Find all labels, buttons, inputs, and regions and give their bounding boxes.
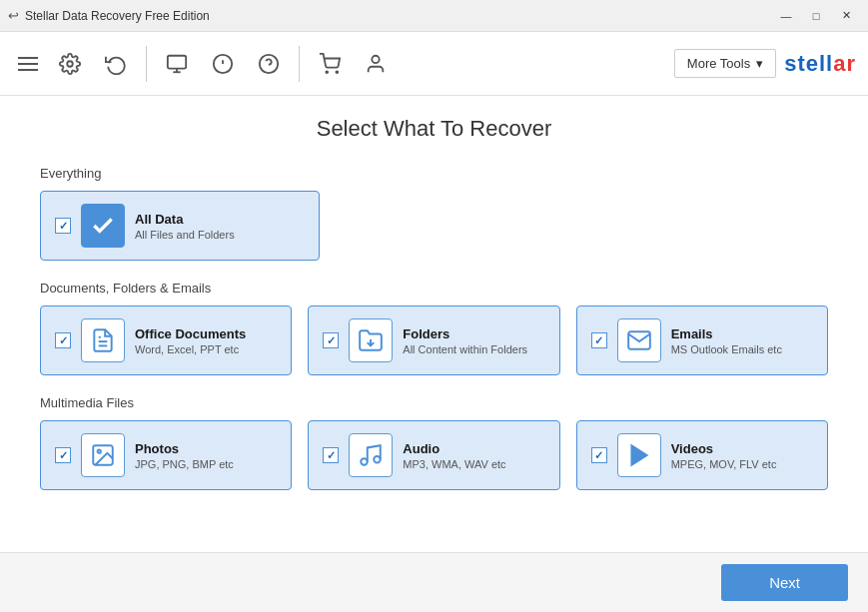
hamburger-line	[18, 69, 38, 71]
svg-point-11	[372, 55, 379, 62]
info-button[interactable]	[203, 40, 243, 88]
photos-icon-box	[81, 433, 125, 477]
svg-point-16	[98, 450, 101, 453]
card-office-docs[interactable]: Office Documents Word, Excel, PPT etc	[40, 306, 292, 375]
checkbox-all-data[interactable]	[55, 218, 71, 234]
checkbox-emails[interactable]	[591, 332, 607, 348]
audio-icon-box	[349, 433, 393, 477]
folders-text: Folders All Content within Folders	[403, 326, 544, 355]
svg-point-17	[362, 458, 369, 465]
minimize-button[interactable]: —	[772, 5, 800, 27]
stellar-logo: stellar	[784, 51, 856, 77]
title-bar: ↩ Stellar Data Recovery Free Edition — □…	[0, 0, 868, 32]
emails-icon-box	[617, 318, 661, 362]
folders-subtitle: All Content within Folders	[403, 343, 544, 355]
section-documents-label: Documents, Folders & Emails	[40, 281, 828, 296]
checkbox-videos[interactable]	[591, 447, 607, 463]
all-data-title: All Data	[135, 212, 305, 227]
section-documents: Documents, Folders & Emails Office Docum…	[40, 281, 828, 375]
audio-title: Audio	[403, 441, 544, 456]
all-data-subtitle: All Files and Folders	[135, 229, 305, 241]
toolbar-right: More Tools ▾ stellar	[674, 49, 856, 78]
folders-title: Folders	[403, 326, 544, 341]
svg-rect-1	[168, 55, 186, 68]
checkbox-photos[interactable]	[55, 447, 71, 463]
more-tools-button[interactable]: More Tools ▾	[674, 49, 776, 78]
account-icon	[365, 53, 387, 75]
audio-text: Audio MP3, WMA, WAV etc	[403, 441, 544, 470]
card-all-data[interactable]: All Data All Files and Folders	[40, 191, 320, 261]
multimedia-cards: Photos JPG, PNG, BMP etc Audio MP3, WMA,…	[40, 420, 828, 490]
documents-cards: Office Documents Word, Excel, PPT etc Fo…	[40, 306, 828, 375]
toolbar: More Tools ▾ stellar	[0, 32, 868, 96]
folder-icon	[358, 327, 384, 353]
audio-subtitle: MP3, WMA, WAV etc	[403, 458, 544, 470]
cart-icon	[319, 53, 341, 75]
main-content: Select What To Recover Everything All Da…	[0, 96, 868, 552]
cart-button[interactable]	[310, 40, 350, 88]
office-docs-text: Office Documents Word, Excel, PPT etc	[135, 326, 277, 355]
window-controls: — □ ✕	[772, 5, 860, 27]
gear-icon	[59, 53, 81, 75]
office-docs-title: Office Documents	[135, 326, 277, 341]
section-multimedia-label: Multimedia Files	[40, 395, 828, 410]
settings-button[interactable]	[50, 40, 90, 88]
monitor-icon	[166, 53, 188, 75]
hamburger-line	[18, 57, 38, 59]
close-button[interactable]: ✕	[832, 5, 860, 27]
help-icon	[258, 53, 280, 75]
help-button[interactable]	[249, 40, 289, 88]
section-multimedia: Multimedia Files Photos JPG, PNG, BMP et…	[40, 395, 828, 490]
separator-2	[299, 46, 300, 82]
videos-title: Videos	[671, 441, 813, 456]
photo-icon	[90, 442, 116, 468]
svg-point-18	[375, 456, 382, 463]
recover-button[interactable]	[96, 40, 136, 88]
section-everything-label: Everything	[40, 166, 828, 181]
emails-subtitle: MS Outlook Emails etc	[671, 343, 813, 355]
all-data-icon-box	[81, 204, 125, 248]
checkbox-audio[interactable]	[323, 447, 339, 463]
folders-icon-box	[349, 318, 393, 362]
back-icon: ↩	[8, 8, 19, 23]
account-button[interactable]	[356, 40, 396, 88]
card-photos[interactable]: Photos JPG, PNG, BMP etc	[40, 420, 292, 490]
emails-text: Emails MS Outlook Emails etc	[671, 326, 813, 355]
checkbox-folders[interactable]	[323, 332, 339, 348]
svg-marker-19	[631, 445, 646, 465]
monitor-button[interactable]	[157, 40, 197, 88]
stellar-logo-highlight: ar	[833, 51, 856, 76]
menu-button[interactable]	[12, 48, 44, 80]
office-docs-icon-box	[81, 318, 125, 362]
card-folders[interactable]: Folders All Content within Folders	[308, 306, 559, 375]
card-emails[interactable]: Emails MS Outlook Emails etc	[576, 306, 828, 375]
everything-cards: All Data All Files and Folders	[40, 191, 828, 261]
app-title: Stellar Data Recovery Free Edition	[25, 9, 210, 23]
video-icon	[626, 442, 652, 468]
audio-icon	[358, 442, 384, 468]
card-audio[interactable]: Audio MP3, WMA, WAV etc	[308, 420, 559, 490]
svg-point-9	[326, 71, 328, 73]
emails-title: Emails	[671, 326, 813, 341]
info-icon	[212, 53, 234, 75]
maximize-button[interactable]: □	[802, 5, 830, 27]
videos-text: Videos MPEG, MOV, FLV etc	[671, 441, 813, 470]
all-data-text: All Data All Files and Folders	[135, 212, 305, 241]
photos-subtitle: JPG, PNG, BMP etc	[135, 458, 277, 470]
footer: Next	[0, 552, 868, 612]
next-button[interactable]: Next	[721, 564, 848, 601]
card-videos[interactable]: Videos MPEG, MOV, FLV etc	[576, 420, 828, 490]
section-everything: Everything All Data All Files and Folder…	[40, 166, 828, 261]
hamburger-line	[18, 63, 38, 65]
toolbar-left	[12, 40, 396, 88]
videos-subtitle: MPEG, MOV, FLV etc	[671, 458, 813, 470]
checkmark-icon	[90, 213, 116, 239]
dropdown-arrow-icon: ▾	[756, 56, 763, 71]
email-icon	[626, 327, 652, 353]
more-tools-label: More Tools	[687, 56, 750, 71]
page-title: Select What To Recover	[40, 116, 828, 142]
checkbox-office-docs[interactable]	[55, 332, 71, 348]
office-docs-subtitle: Word, Excel, PPT etc	[135, 343, 277, 355]
svg-point-10	[336, 71, 338, 73]
document-icon	[90, 327, 116, 353]
